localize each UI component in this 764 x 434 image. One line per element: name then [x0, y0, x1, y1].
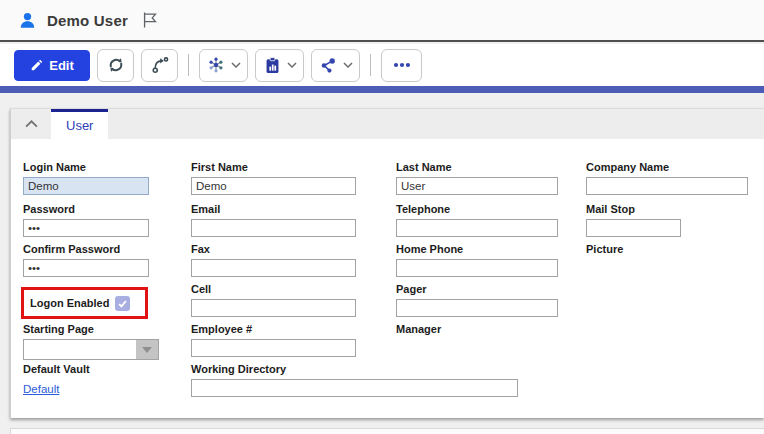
user-icon: [18, 11, 37, 30]
page-title: Demo User: [47, 12, 128, 29]
confirm-password-label: Confirm Password: [23, 243, 149, 256]
email-input[interactable]: [191, 219, 356, 237]
email-field: Email: [191, 203, 356, 237]
ellipsis-icon: [391, 54, 413, 76]
first-name-input[interactable]: [191, 177, 356, 195]
first-name-field: First Name: [191, 161, 356, 195]
hub-menu-button[interactable]: [199, 49, 248, 82]
route-arrow-icon: [150, 55, 170, 75]
tab-strip: User: [11, 109, 764, 139]
cell-label: Cell: [191, 283, 356, 296]
telephone-field: Telephone: [396, 203, 558, 237]
company-name-input[interactable]: [586, 177, 748, 195]
manager-field: Manager: [396, 323, 441, 339]
accent-bar: [0, 86, 764, 93]
default-vault-field: Default Vault Default: [23, 363, 90, 397]
dropdown-button[interactable]: [136, 340, 158, 359]
edit-button[interactable]: Edit: [14, 50, 90, 81]
edit-button-label: Edit: [49, 58, 74, 73]
picture-label: Picture: [586, 243, 623, 256]
employee-number-field: Employee #: [191, 323, 356, 357]
next-section-panel: [10, 428, 764, 434]
chevron-up-icon: [25, 120, 38, 128]
logon-enabled-checkbox[interactable]: [115, 296, 130, 311]
company-name-label: Company Name: [586, 161, 748, 174]
starting-page-label: Starting Page: [23, 323, 159, 336]
fax-input[interactable]: [191, 259, 356, 277]
toolbar-separator: [188, 54, 189, 76]
toolbar-separator: [370, 54, 371, 76]
flag-icon[interactable]: [140, 10, 160, 30]
share-icon: [319, 56, 338, 75]
report-menu-button[interactable]: [255, 49, 304, 82]
telephone-label: Telephone: [396, 203, 558, 216]
login-name-input[interactable]: [23, 177, 149, 195]
default-vault-link[interactable]: Default: [23, 383, 59, 395]
password-label: Password: [23, 203, 149, 216]
employee-number-label: Employee #: [191, 323, 356, 336]
tab-user-label: User: [66, 118, 93, 133]
share-menu-button[interactable]: [311, 49, 360, 82]
email-label: Email: [191, 203, 356, 216]
confirm-password-input[interactable]: [23, 259, 149, 277]
more-actions-button[interactable]: [381, 49, 422, 82]
login-name-field: Login Name: [23, 161, 149, 195]
refresh-button[interactable]: [97, 49, 134, 82]
chevron-down-icon: [231, 62, 241, 68]
login-name-label: Login Name: [23, 161, 149, 174]
pager-input[interactable]: [396, 299, 558, 317]
manager-label: Manager: [396, 323, 441, 336]
pencil-icon: [30, 58, 44, 72]
employee-number-input[interactable]: [191, 339, 356, 357]
chevron-down-icon: [287, 62, 297, 68]
pager-field: Pager: [396, 283, 558, 317]
home-phone-field: Home Phone: [396, 243, 558, 277]
cell-input[interactable]: [191, 299, 356, 317]
clipboard-chart-icon: [263, 56, 282, 75]
default-vault-label: Default Vault: [23, 363, 90, 376]
password-field: Password: [23, 203, 149, 237]
user-detail-panel: User Login Name First Name Last Name Com…: [10, 108, 764, 418]
logon-enabled-label: Logon Enabled: [30, 297, 109, 309]
toolbar: Edit: [0, 44, 764, 86]
working-directory-field: Working Directory: [191, 363, 518, 397]
password-input[interactable]: [23, 219, 149, 237]
dropdown-arrow-icon: [142, 347, 152, 353]
route-button[interactable]: [141, 49, 178, 82]
fax-label: Fax: [191, 243, 356, 256]
hub-icon: [206, 55, 226, 75]
mail-stop-field: Mail Stop: [586, 203, 681, 237]
last-name-input[interactable]: [396, 177, 558, 195]
page-header: Demo User: [0, 0, 764, 42]
refresh-icon: [106, 55, 126, 75]
first-name-label: First Name: [191, 161, 356, 174]
home-phone-input[interactable]: [396, 259, 558, 277]
checkmark-icon: [117, 298, 128, 309]
tab-user[interactable]: User: [51, 109, 108, 139]
cell-field: Cell: [191, 283, 356, 317]
working-directory-input[interactable]: [191, 379, 518, 397]
confirm-password-field: Confirm Password: [23, 243, 149, 277]
working-directory-label: Working Directory: [191, 363, 518, 376]
fax-field: Fax: [191, 243, 356, 277]
pager-label: Pager: [396, 283, 558, 296]
mail-stop-label: Mail Stop: [586, 203, 681, 216]
starting-page-field: Starting Page: [23, 323, 159, 360]
last-name-field: Last Name: [396, 161, 558, 195]
company-name-field: Company Name: [586, 161, 748, 195]
starting-page-select[interactable]: [23, 339, 159, 360]
last-name-label: Last Name: [396, 161, 558, 174]
telephone-input[interactable]: [396, 219, 558, 237]
mail-stop-input[interactable]: [586, 219, 681, 237]
logon-enabled-highlight: Logon Enabled: [21, 287, 148, 319]
home-phone-label: Home Phone: [396, 243, 558, 256]
chevron-down-icon: [343, 62, 353, 68]
collapse-section-button[interactable]: [11, 109, 51, 139]
picture-field: Picture: [586, 243, 623, 259]
